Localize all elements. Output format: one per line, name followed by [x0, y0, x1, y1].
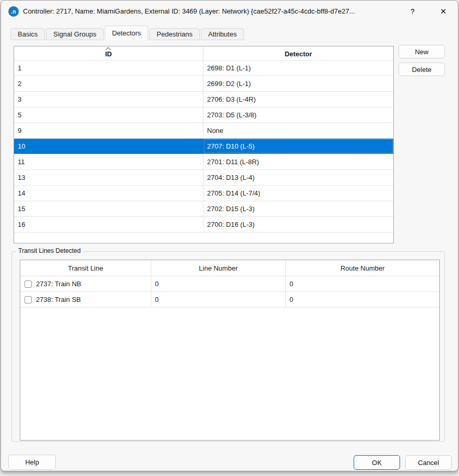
detector-name-cell[interactable]: 2705: D14 (L-7/4): [203, 186, 393, 201]
detector-row[interactable]: 162700: D16 (L-3): [14, 217, 393, 233]
line-number-cell[interactable]: 0: [151, 292, 286, 307]
detector-row[interactable]: 152702: D15 (L-3): [14, 201, 393, 217]
column-header-line-number[interactable]: Line Number: [151, 260, 286, 276]
transit-line-checkbox[interactable]: [25, 296, 32, 303]
detector-name-cell[interactable]: 2702: D15 (L-3): [203, 201, 393, 216]
transit-lines-table: Transit Line Line Number Route Number 27…: [20, 260, 440, 441]
transit-line-label: 2737: Train NB: [36, 280, 81, 288]
detector-name-cell[interactable]: 2703: D5 (L-3/8): [203, 107, 393, 123]
detector-id-cell[interactable]: 15: [14, 201, 203, 216]
detectors-table: ID Detector 12698: D1 (L-1)22699: D2 (L-…: [14, 46, 394, 243]
detector-id-cell[interactable]: 10: [14, 139, 203, 154]
detector-id-cell[interactable]: 16: [14, 217, 203, 232]
detector-row[interactable]: 142705: D14 (L-7/4): [14, 186, 393, 201]
detector-id-cell[interactable]: 1: [14, 60, 203, 76]
detector-row[interactable]: 9None: [14, 123, 393, 139]
detectors-table-header: ID Detector: [14, 46, 393, 60]
transit-lines-group-title: Transit Lines Detected: [16, 247, 83, 254]
tab-basics[interactable]: Basics: [10, 28, 45, 40]
detector-id-cell[interactable]: 9: [14, 123, 203, 138]
detector-id-cell[interactable]: 11: [14, 154, 203, 169]
detector-name-cell[interactable]: None: [203, 123, 393, 138]
detector-name-cell[interactable]: 2707: D10 (L-5): [203, 139, 393, 154]
transit-line-checkbox[interactable]: [25, 280, 32, 288]
detector-id-cell[interactable]: 14: [14, 186, 203, 201]
detector-name-cell[interactable]: 2701: D11 (L-8R): [203, 154, 393, 169]
detector-id-cell[interactable]: 13: [14, 170, 203, 185]
column-header-detector-label: Detector: [285, 50, 312, 58]
route-number-cell[interactable]: 0: [286, 276, 439, 291]
detector-name-cell[interactable]: 2698: D1 (L-1): [203, 60, 393, 76]
close-icon[interactable]: ✕: [437, 1, 450, 22]
line-number-cell[interactable]: 0: [151, 276, 286, 291]
titlebar-help-icon[interactable]: ?: [406, 1, 419, 22]
detector-name-cell[interactable]: 2699: D2 (L-1): [203, 76, 393, 91]
detector-id-cell[interactable]: 3: [14, 92, 203, 107]
transit-lines-groupbox: Transit Lines Detected Transit Line Line…: [11, 251, 445, 442]
column-header-route-number[interactable]: Route Number: [286, 260, 439, 276]
detector-row[interactable]: 52703: D5 (L-3/8): [14, 107, 393, 123]
detector-name-cell[interactable]: 2700: D16 (L-3): [203, 217, 393, 232]
detector-row[interactable]: 12698: D1 (L-1): [14, 60, 393, 76]
transit-table-body: 2737: Train NB002738: Train SB00: [20, 276, 439, 308]
detectors-table-body: 12698: D1 (L-1)22699: D2 (L-1)32706: D3 …: [14, 60, 393, 233]
tab-attributes[interactable]: Attributes: [201, 28, 244, 40]
window-title: Controller: 2717, Name: MiamiGardens, Ex…: [23, 1, 355, 22]
column-header-detector[interactable]: Detector: [203, 46, 393, 60]
column-header-transit-line[interactable]: Transit Line: [20, 260, 151, 276]
titlebar: .n Controller: 2717, Name: MiamiGardens,…: [1, 1, 458, 22]
app-logo-icon: .n: [8, 6, 19, 17]
detector-row[interactable]: 112701: D11 (L-8R): [14, 154, 393, 170]
detector-row[interactable]: 22699: D2 (L-1): [14, 76, 393, 92]
delete-button[interactable]: Delete: [398, 63, 445, 76]
detector-row[interactable]: 132704: D13 (L-4): [14, 170, 393, 186]
detector-id-cell[interactable]: 2: [14, 76, 203, 91]
controller-dialog: .n Controller: 2717, Name: MiamiGardens,…: [1, 0, 458, 471]
detector-name-cell[interactable]: 2704: D13 (L-4): [203, 170, 393, 185]
detector-name-cell[interactable]: 2706: D3 (L-4R): [203, 92, 393, 107]
detector-row[interactable]: 32706: D3 (L-4R): [14, 92, 393, 107]
help-button[interactable]: Help: [8, 455, 56, 470]
transit-line-cell[interactable]: 2738: Train SB: [20, 292, 151, 307]
tab-detectors[interactable]: Detectors: [105, 26, 149, 40]
detector-id-cell[interactable]: 5: [14, 107, 203, 123]
column-header-id[interactable]: ID: [14, 46, 203, 60]
cancel-button[interactable]: Cancel: [405, 455, 452, 470]
route-number-cell[interactable]: 0: [286, 292, 439, 307]
tab-bar: Basics Signal Groups Detectors Pedestria…: [10, 26, 245, 40]
detector-row[interactable]: 102707: D10 (L-5): [14, 139, 393, 154]
tab-signal-groups[interactable]: Signal Groups: [46, 28, 103, 40]
tab-pedestrians[interactable]: Pedestrians: [149, 28, 200, 40]
transit-line-cell[interactable]: 2737: Train NB: [20, 276, 151, 291]
new-button[interactable]: New: [398, 45, 445, 58]
ok-button[interactable]: OK: [354, 455, 400, 470]
transit-line-label: 2738: Train SB: [36, 296, 81, 303]
transit-line-row[interactable]: 2737: Train NB00: [20, 276, 439, 292]
transit-table-header: Transit Line Line Number Route Number: [20, 260, 439, 276]
transit-line-row[interactable]: 2738: Train SB00: [20, 292, 439, 308]
